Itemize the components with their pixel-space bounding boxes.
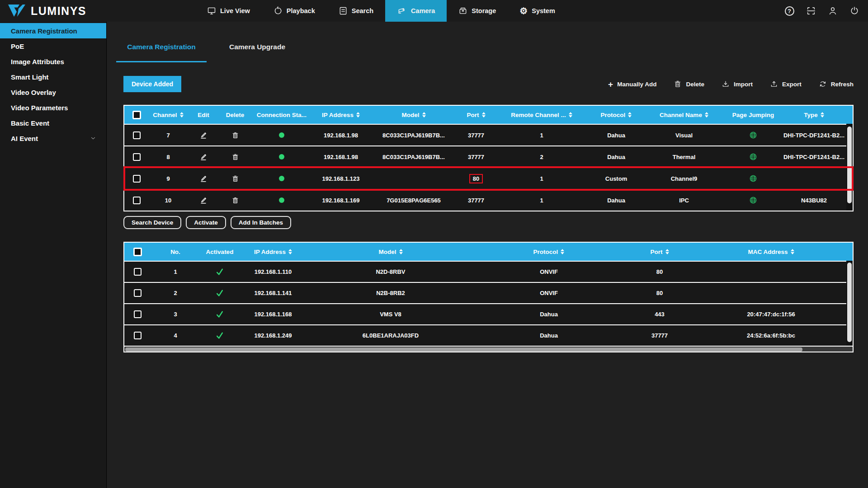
nav-storage[interactable]: Storage bbox=[447, 0, 508, 22]
scrollbar-thumb[interactable] bbox=[847, 263, 852, 342]
added-devices-table-header: Channel Edit Delete Connection Sta... IP… bbox=[124, 106, 853, 124]
delete-button[interactable]: Delete bbox=[674, 80, 704, 88]
sort-icon bbox=[356, 112, 360, 117]
column-port[interactable]: Port bbox=[623, 243, 696, 261]
sidebar: Camera Registration PoE Image Attributes… bbox=[0, 22, 107, 488]
device-added-button[interactable]: Device Added bbox=[123, 76, 181, 92]
row-checkbox[interactable] bbox=[133, 175, 141, 183]
edit-pencil-icon[interactable] bbox=[199, 196, 208, 205]
delete-trash-icon[interactable] bbox=[231, 153, 239, 161]
column-model[interactable]: Model bbox=[307, 243, 474, 261]
table-row: 4 192.168.1.249 6L0BE1ARAJA03FD Dahua 37… bbox=[124, 324, 846, 346]
nav-camera[interactable]: Camera bbox=[385, 0, 447, 22]
gear-icon: ⚙ bbox=[519, 6, 528, 15]
main-content: Camera Registration Camera Upgrade Devic… bbox=[107, 22, 868, 488]
vertical-scrollbar[interactable] bbox=[846, 261, 853, 346]
edit-pencil-icon[interactable] bbox=[199, 131, 208, 140]
edit-pencil-icon[interactable] bbox=[199, 174, 208, 183]
export-button[interactable]: Export bbox=[770, 80, 802, 88]
user-icon[interactable] bbox=[827, 5, 838, 16]
toolbar: Device Added + Manually Add Delete bbox=[123, 76, 854, 92]
nav-search[interactable]: Search bbox=[327, 0, 385, 22]
connection-status-dot bbox=[279, 132, 284, 138]
vertical-scrollbar[interactable] bbox=[846, 124, 853, 211]
row-checkbox[interactable] bbox=[133, 131, 141, 139]
scrollbar-thumb[interactable] bbox=[847, 127, 852, 203]
sidebar-item-ai-event[interactable]: AI Event bbox=[0, 131, 106, 146]
delete-trash-icon[interactable] bbox=[231, 131, 239, 139]
row-checkbox[interactable] bbox=[134, 268, 142, 276]
sidebar-item-poe[interactable]: PoE bbox=[0, 38, 106, 54]
select-all-checkbox[interactable] bbox=[133, 248, 142, 256]
nav-playback[interactable]: Playback bbox=[262, 0, 327, 22]
edit-pencil-icon[interactable] bbox=[199, 152, 208, 161]
page-jumping-globe-icon[interactable] bbox=[749, 174, 758, 183]
table-row: 8 192.168.1.98 8C033C1PAJ619B7B... 37777… bbox=[124, 145, 846, 167]
table-row: 7 192.168.1.98 8C033C1PAJ619B7B... 37777… bbox=[124, 124, 846, 145]
connection-status-dot bbox=[279, 197, 284, 203]
sidebar-item-video-overlay[interactable]: Video Overlay bbox=[0, 84, 106, 100]
row-checkbox[interactable] bbox=[134, 310, 142, 318]
monitor-icon bbox=[207, 6, 216, 15]
sidebar-item-image-attributes[interactable]: Image Attributes bbox=[0, 54, 106, 69]
row-checkbox[interactable] bbox=[133, 197, 141, 204]
row-checkbox[interactable] bbox=[133, 153, 141, 161]
activate-button[interactable]: Activate bbox=[186, 216, 226, 229]
table-row: 2 192.168.1.141 N2B-8RB2 ONVIF 80 bbox=[124, 282, 846, 303]
connection-status-dot bbox=[279, 154, 284, 160]
horizontal-scrollbar[interactable] bbox=[124, 346, 853, 352]
column-type[interactable]: Type bbox=[782, 106, 846, 124]
sort-icon bbox=[399, 249, 403, 254]
tab-camera-upgrade[interactable]: Camera Upgrade bbox=[225, 43, 290, 62]
refresh-button[interactable]: Refresh bbox=[819, 80, 854, 88]
column-page-jumping: Page Jumping bbox=[725, 106, 782, 124]
manually-add-button[interactable]: + Manually Add bbox=[608, 80, 656, 89]
table-row: 10 192.168.1.169 7G015E8PAG6E565 37777 1… bbox=[124, 189, 846, 211]
select-all-checkbox[interactable] bbox=[132, 111, 141, 119]
column-ip-address[interactable]: IP Address bbox=[312, 106, 369, 124]
column-channel[interactable]: Channel bbox=[149, 106, 188, 124]
sidebar-item-camera-registration[interactable]: Camera Registration bbox=[0, 23, 106, 38]
page-jumping-globe-icon[interactable] bbox=[749, 196, 758, 205]
page-jumping-globe-icon[interactable] bbox=[749, 131, 758, 140]
sidebar-item-smart-light[interactable]: Smart Light bbox=[0, 69, 106, 84]
brand-name: LUMINYS bbox=[31, 5, 86, 18]
column-delete: Delete bbox=[219, 106, 251, 124]
add-in-batches-button[interactable]: Add In Batches bbox=[231, 216, 291, 229]
export-icon bbox=[770, 80, 778, 88]
plus-icon: + bbox=[608, 80, 613, 89]
nav-label: System bbox=[532, 7, 555, 14]
page-jumping-globe-icon[interactable] bbox=[749, 152, 758, 161]
tab-camera-registration[interactable]: Camera Registration bbox=[116, 43, 207, 62]
column-model[interactable]: Model bbox=[369, 106, 458, 124]
column-protocol[interactable]: Protocol bbox=[589, 106, 643, 124]
nav-utility-icons: ? bbox=[784, 0, 860, 22]
scan-icon[interactable] bbox=[806, 5, 816, 16]
row-checkbox[interactable] bbox=[134, 332, 142, 339]
import-button[interactable]: Import bbox=[722, 80, 753, 88]
delete-trash-icon[interactable] bbox=[231, 197, 239, 204]
sidebar-item-basic-event[interactable]: Basic Event bbox=[0, 115, 106, 131]
tab-bar: Camera Registration Camera Upgrade bbox=[116, 43, 854, 62]
sort-icon bbox=[821, 112, 824, 117]
sort-icon bbox=[569, 112, 572, 117]
table-row: 3 192.168.1.168 VMS V8 Dahua 443 20:47:4… bbox=[124, 303, 846, 324]
search-device-button[interactable]: Search Device bbox=[123, 216, 181, 229]
row-checkbox[interactable] bbox=[134, 289, 142, 297]
column-remote-channel[interactable]: Remote Channel ... bbox=[494, 106, 589, 124]
nav-system[interactable]: ⚙ System bbox=[508, 0, 567, 22]
column-mac-address[interactable]: MAC Address bbox=[696, 243, 846, 261]
column-channel-name[interactable]: Channel Name bbox=[643, 106, 725, 124]
help-icon[interactable]: ? bbox=[784, 5, 795, 16]
trash-icon bbox=[674, 80, 682, 88]
nav-live-view[interactable]: Live View bbox=[195, 0, 262, 22]
column-port[interactable]: Port bbox=[458, 106, 494, 124]
sort-icon bbox=[791, 249, 794, 254]
column-ip-address[interactable]: IP Address bbox=[239, 243, 307, 261]
column-protocol[interactable]: Protocol bbox=[474, 243, 623, 261]
power-icon[interactable] bbox=[849, 5, 860, 16]
scrollbar-thumb[interactable] bbox=[125, 347, 802, 352]
nav-label: Camera bbox=[411, 7, 435, 14]
delete-trash-icon[interactable] bbox=[231, 175, 239, 183]
sidebar-item-video-parameters[interactable]: Video Parameters bbox=[0, 100, 106, 115]
